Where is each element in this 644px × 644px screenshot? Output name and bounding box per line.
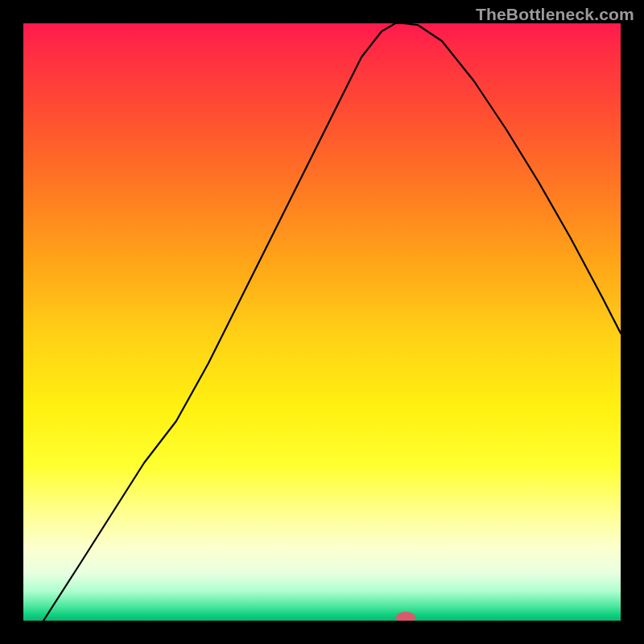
chart-stage: TheBottleneck.com bbox=[0, 0, 644, 644]
optimal-marker bbox=[396, 612, 415, 621]
watermark-text: TheBottleneck.com bbox=[476, 5, 634, 24]
bottleneck-curve bbox=[43, 23, 621, 621]
curve-layer bbox=[23, 23, 621, 621]
plot-area bbox=[23, 23, 621, 621]
